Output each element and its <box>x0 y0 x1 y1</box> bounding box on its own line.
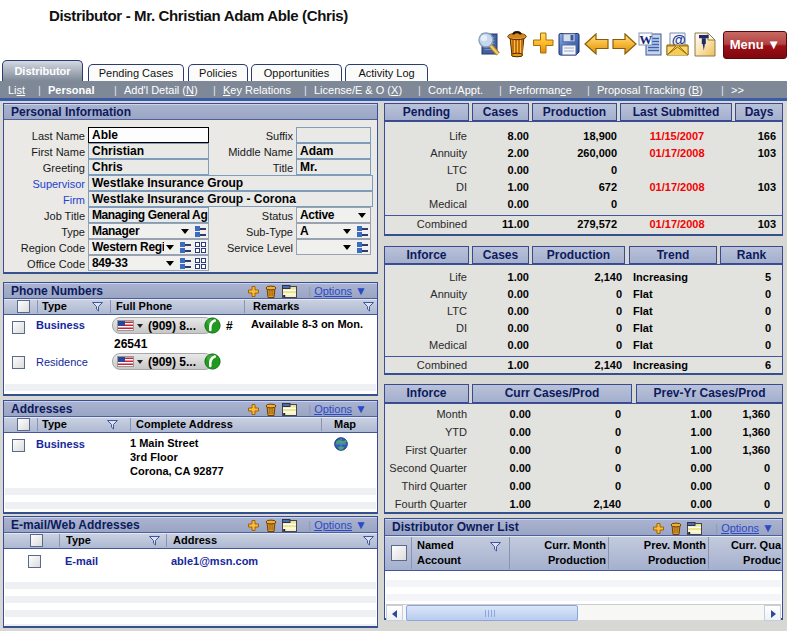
svg-text:W: W <box>639 32 652 47</box>
